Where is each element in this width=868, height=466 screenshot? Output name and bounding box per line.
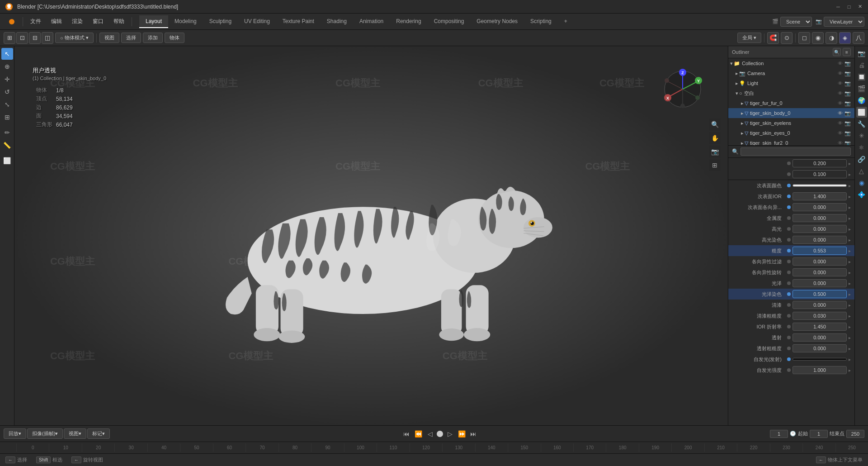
- sheen-value[interactable]: 0.000: [793, 279, 847, 287]
- jump-start-button[interactable]: ⏮: [401, 429, 411, 439]
- step-forward-button[interactable]: ⏩: [457, 429, 467, 439]
- camera-vis-icon[interactable]: 👁: [838, 71, 843, 76]
- props-output-icon[interactable]: 🖨: [856, 60, 867, 71]
- ior-dot[interactable]: [787, 325, 791, 328]
- metallic-dot[interactable]: [787, 216, 791, 220]
- metallic-arrow[interactable]: ▸: [849, 216, 851, 221]
- subsurface-color-dot[interactable]: [787, 184, 791, 187]
- clearcoat-rough-value[interactable]: 0.030: [793, 312, 847, 320]
- fur2-vis-icon[interactable]: 👁: [838, 140, 843, 146]
- aniso-rot-dot[interactable]: [787, 271, 791, 274]
- transmission-dot[interactable]: [787, 336, 791, 339]
- subsurface-ior-arrow[interactable]: ▸: [849, 194, 851, 199]
- menu-window[interactable]: 窗口: [88, 16, 108, 27]
- hand-tool-icon[interactable]: ✋: [709, 132, 721, 144]
- shading-solid-icon[interactable]: ◉: [812, 32, 824, 44]
- view-type-icon[interactable]: ⊞: [4, 32, 15, 44]
- props-world-icon[interactable]: 🌍: [856, 95, 867, 106]
- select-tool-button[interactable]: ↖: [1, 48, 13, 60]
- transmission-rough-arrow[interactable]: ▸: [849, 346, 851, 351]
- eyelens-vis-icon[interactable]: 👁: [838, 120, 843, 126]
- grid-icon[interactable]: ⊞: [709, 159, 721, 171]
- playback-mode-button[interactable]: 回放▾: [4, 428, 26, 439]
- current-frame-input[interactable]: [770, 430, 788, 438]
- viewlayer-selector[interactable]: ViewLayer: [824, 17, 864, 27]
- sheen-tint-arrow[interactable]: ▸: [849, 292, 851, 297]
- menu-help[interactable]: 帮助: [109, 16, 129, 27]
- shading-material-icon[interactable]: ◑: [826, 32, 837, 44]
- prop-value-1[interactable]: 0.200: [793, 159, 847, 167]
- empty-render-icon[interactable]: 📷: [844, 90, 851, 96]
- aniso-dot[interactable]: [787, 260, 791, 263]
- transmission-rough-value[interactable]: 0.000: [793, 344, 847, 352]
- tab-modeling[interactable]: Modeling: [168, 15, 203, 28]
- rotate-tool-button[interactable]: ↺: [1, 86, 13, 98]
- interpolation-mode-button[interactable]: 拟像(插帧)▾: [27, 428, 63, 439]
- clearcoat-dot[interactable]: [787, 303, 791, 307]
- minimize-button[interactable]: ─: [835, 3, 842, 10]
- clearcoat-rough-arrow[interactable]: ▸: [849, 314, 851, 319]
- emission-strength-dot[interactable]: [787, 368, 791, 372]
- prop-dot-1[interactable]: [787, 162, 791, 165]
- outliner-item-collection[interactable]: ▾ 📁 Collection 👁 📷: [728, 58, 854, 68]
- zoom-tool-icon[interactable]: 🔍: [709, 119, 721, 130]
- tab-geometry-nodes[interactable]: Geometry Nodes: [470, 15, 524, 28]
- markers-button[interactable]: 标记▾: [87, 428, 110, 439]
- aniso-rot-arrow[interactable]: ▸: [849, 270, 851, 275]
- light-vis-icon[interactable]: 👁: [838, 81, 843, 86]
- play-indicator[interactable]: [437, 431, 443, 437]
- transmission-rough-dot[interactable]: [787, 347, 791, 350]
- specular-tint-arrow[interactable]: ▸: [849, 238, 851, 243]
- roughness-arrow[interactable]: ▸: [849, 248, 851, 253]
- blender-menu[interactable]: [4, 16, 20, 27]
- aniso-arrow[interactable]: ▸: [849, 259, 851, 264]
- annotate-tool-button[interactable]: ✏: [1, 127, 13, 138]
- prop-arrow-2[interactable]: ▸: [849, 172, 851, 177]
- camera-render-icon[interactable]: 📷: [844, 71, 851, 76]
- view-camera-icon[interactable]: ◫: [42, 32, 53, 44]
- specular-dot[interactable]: [787, 227, 791, 231]
- props-physics-icon[interactable]: ⚛: [856, 142, 867, 153]
- props-view-layer-icon[interactable]: 🔲: [856, 71, 867, 82]
- ior-arrow[interactable]: ▸: [849, 324, 851, 329]
- collection-render-icon[interactable]: 📷: [844, 61, 851, 67]
- props-shading-icon[interactable]: 💠: [856, 189, 867, 200]
- empty-vis-icon[interactable]: 👁: [838, 90, 843, 96]
- subsurface-ior-dot[interactable]: [787, 195, 791, 198]
- end-frame-input[interactable]: [846, 430, 864, 438]
- props-material-icon[interactable]: ◉: [856, 177, 867, 188]
- subsurface-ior-value[interactable]: 1.400: [793, 192, 847, 200]
- outliner-item-eyelens[interactable]: ▸ ▽ tiger_skin_eyelens 👁 📷: [728, 118, 854, 128]
- specular-value[interactable]: 0.000: [793, 225, 847, 233]
- clearcoat-rough-dot[interactable]: [787, 314, 791, 318]
- emission-value[interactable]: [793, 358, 847, 361]
- maximize-button[interactable]: □: [845, 3, 853, 10]
- viewport[interactable]: CG模型主 CG模型主 CG模型主 CG模型主 CG模型主 CG模型主 CG模型…: [14, 46, 728, 425]
- tab-layout[interactable]: Layout: [139, 15, 168, 28]
- props-render-icon[interactable]: 📷: [856, 48, 867, 59]
- emission-dot[interactable]: [787, 357, 791, 361]
- cursor-tool-button[interactable]: ⊕: [1, 61, 13, 72]
- move-tool-button[interactable]: ✛: [1, 73, 13, 85]
- aniso-value[interactable]: 0.000: [793, 257, 847, 266]
- clearcoat-arrow[interactable]: ▸: [849, 303, 851, 308]
- menu-edit[interactable]: 编辑: [47, 16, 66, 27]
- eyes-render-icon[interactable]: 📷: [844, 130, 851, 136]
- props-modifier-icon[interactable]: 🔧: [856, 119, 867, 129]
- light-render-icon[interactable]: 📷: [844, 81, 851, 86]
- outliner-item-fur-fur-0[interactable]: ▸ ▽ tiger_fur_fur_0 👁 📷: [728, 98, 854, 108]
- subsurface-aniso-value[interactable]: 0.000: [793, 203, 847, 211]
- sheen-arrow[interactable]: ▸: [849, 281, 851, 286]
- outliner-item-eyes-0[interactable]: ▸ ▽ tiger_skin_eyes_0 👁 📷: [728, 128, 854, 138]
- tab-compositing[interactable]: Compositing: [428, 15, 471, 28]
- shading-render-icon[interactable]: ◈: [839, 32, 851, 44]
- measure-tool-button[interactable]: 📏: [1, 139, 13, 151]
- props-constraints-icon[interactable]: 🔗: [856, 154, 867, 165]
- proportional-edit-icon[interactable]: ⊙: [781, 32, 793, 44]
- outliner-filter-icon[interactable]: ≡: [843, 48, 851, 56]
- scene-selector[interactable]: Scene: [780, 17, 812, 27]
- object-mode-button[interactable]: ○ 物体模式 ▾: [55, 33, 94, 43]
- timeline-view-button[interactable]: 视图▾: [64, 428, 86, 439]
- fur2-render-icon[interactable]: 📷: [844, 140, 851, 146]
- start-frame-input[interactable]: [810, 430, 828, 438]
